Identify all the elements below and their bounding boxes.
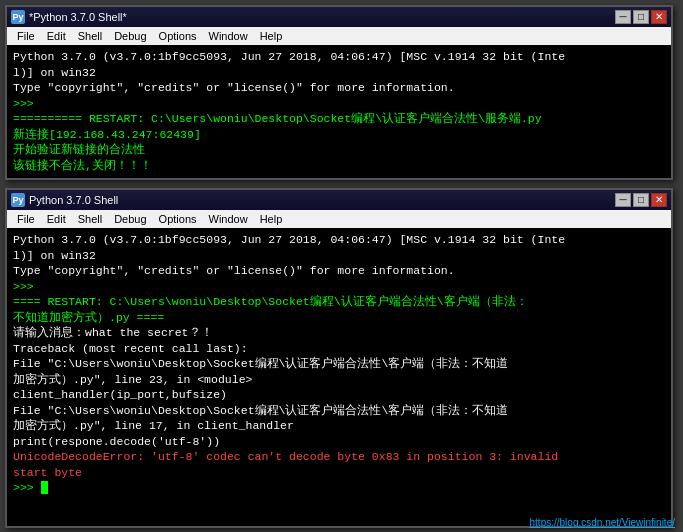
console-line: File "C:\Users\woniu\Desktop\Socket编程\认证… (13, 356, 665, 372)
console-line: ==== RESTART: C:\Users\woniu\Desktop\Soc… (13, 294, 665, 310)
console-line: Type "copyright", "credits" or "license(… (13, 263, 665, 279)
console-line: l)] on win32 (13, 65, 665, 81)
console-bottom: Python 3.7.0 (v3.7.0:1bf9cc5093, Jun 27 … (7, 228, 671, 526)
console-line: 新连接[192.168.43.247:62439] (13, 127, 665, 143)
console-line: client_handler(ip_port,bufsize) (13, 387, 665, 403)
cursor (41, 481, 48, 494)
window-top: Py *Python 3.7.0 Shell* ─ □ ✕ File Edit … (5, 5, 673, 180)
window-controls-top[interactable]: ─ □ ✕ (615, 10, 667, 24)
python-icon-top: Py (11, 10, 25, 24)
menu-debug-top[interactable]: Debug (108, 29, 152, 43)
menu-bar-bottom: File Edit Shell Debug Options Window Hel… (7, 210, 671, 228)
console-line: start byte (13, 465, 665, 481)
menu-shell-top[interactable]: Shell (72, 29, 108, 43)
title-bar-top: Py *Python 3.7.0 Shell* ─ □ ✕ (7, 7, 671, 27)
console-line: >>> (13, 480, 665, 496)
window-controls-bottom[interactable]: ─ □ ✕ (615, 193, 667, 207)
menu-help-bottom[interactable]: Help (254, 212, 289, 226)
console-line: Python 3.7.0 (v3.7.0:1bf9cc5093, Jun 27 … (13, 232, 665, 248)
menu-file-bottom[interactable]: File (11, 212, 41, 226)
title-bar-left-top: Py *Python 3.7.0 Shell* (11, 10, 127, 24)
minimize-button-bottom[interactable]: ─ (615, 193, 631, 207)
close-button-bottom[interactable]: ✕ (651, 193, 667, 207)
console-line: UnicodeDecodeError: 'utf-8' codec can't … (13, 449, 665, 465)
window-bottom: Py Python 3.7.0 Shell ─ □ ✕ File Edit Sh… (5, 188, 673, 528)
maximize-button-top[interactable]: □ (633, 10, 649, 24)
console-line: File "C:\Users\woniu\Desktop\Socket编程\认证… (13, 403, 665, 419)
console-line: print(respone.decode('utf-8')) (13, 434, 665, 450)
window-title-bottom: Python 3.7.0 Shell (29, 194, 118, 206)
title-bar-bottom: Py Python 3.7.0 Shell ─ □ ✕ (7, 190, 671, 210)
console-line: 不知道加密方式）.py ==== (13, 310, 665, 326)
maximize-button-bottom[interactable]: □ (633, 193, 649, 207)
console-line: >>> (13, 96, 665, 112)
menu-debug-bottom[interactable]: Debug (108, 212, 152, 226)
menu-options-bottom[interactable]: Options (153, 212, 203, 226)
console-line: 加密方式）.py", line 17, in client_handler (13, 418, 665, 434)
console-line: 该链接不合法,关闭！！！ (13, 158, 665, 174)
window-title-top: *Python 3.7.0 Shell* (29, 11, 127, 23)
menu-file-top[interactable]: File (11, 29, 41, 43)
menu-window-top[interactable]: Window (203, 29, 254, 43)
console-top: Python 3.7.0 (v3.7.0:1bf9cc5093, Jun 27 … (7, 45, 671, 178)
menu-bar-top: File Edit Shell Debug Options Window Hel… (7, 27, 671, 45)
menu-shell-bottom[interactable]: Shell (72, 212, 108, 226)
menu-edit-bottom[interactable]: Edit (41, 212, 72, 226)
title-bar-left-bottom: Py Python 3.7.0 Shell (11, 193, 118, 207)
console-line: 加密方式）.py", line 23, in <module> (13, 372, 665, 388)
minimize-button-top[interactable]: ─ (615, 10, 631, 24)
console-line: Type "copyright", "credits" or "license(… (13, 80, 665, 96)
menu-help-top[interactable]: Help (254, 29, 289, 43)
python-icon-bottom: Py (11, 193, 25, 207)
console-line: >>> (13, 279, 665, 295)
console-line: 请输入消息：what the secret？！ (13, 325, 665, 341)
close-button-top[interactable]: ✕ (651, 10, 667, 24)
menu-window-bottom[interactable]: Window (203, 212, 254, 226)
menu-options-top[interactable]: Options (153, 29, 203, 43)
console-line: 开始验证新链接的合法性 (13, 142, 665, 158)
menu-edit-top[interactable]: Edit (41, 29, 72, 43)
console-line: l)] on win32 (13, 248, 665, 264)
console-line: ========== RESTART: C:\Users\woniu\Deskt… (13, 111, 665, 127)
watermark-link: https://blog.csdn.net/Viewinfinite/ (530, 517, 675, 528)
console-line: Python 3.7.0 (v3.7.0:1bf9cc5093, Jun 27 … (13, 49, 665, 65)
console-line: Traceback (most recent call last): (13, 341, 665, 357)
